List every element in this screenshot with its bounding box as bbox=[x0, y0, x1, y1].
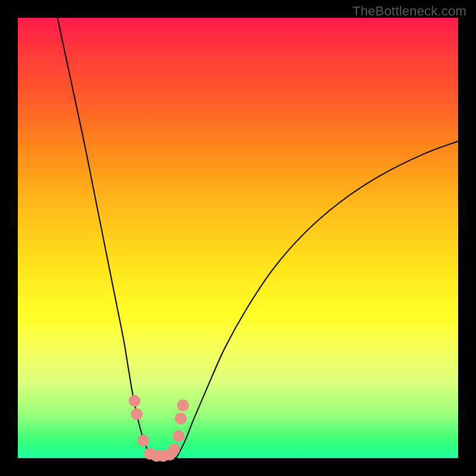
marker-dot bbox=[131, 408, 143, 420]
marker-dot bbox=[175, 412, 187, 424]
marker-dot bbox=[129, 395, 140, 407]
series-right-curve bbox=[176, 141, 458, 458]
chart-lines bbox=[58, 18, 458, 458]
marker-dot bbox=[137, 434, 149, 446]
outer-frame: TheBottleneck.com bbox=[0, 0, 476, 476]
watermark-text: TheBottleneck.com bbox=[352, 4, 466, 19]
series-left-curve bbox=[58, 18, 150, 458]
chart-svg bbox=[18, 18, 458, 458]
marker-dot bbox=[177, 399, 189, 411]
marker-dot bbox=[168, 443, 180, 455]
marker-dot bbox=[173, 430, 184, 442]
